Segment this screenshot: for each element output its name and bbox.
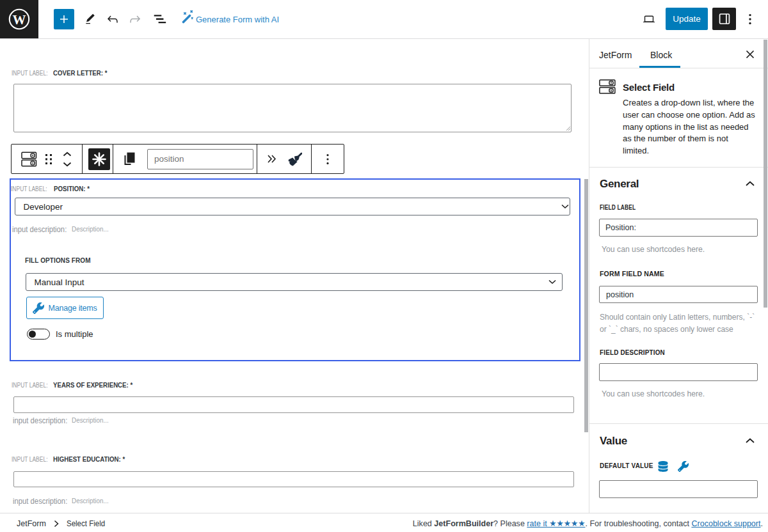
svg-text:W: W: [13, 12, 26, 27]
